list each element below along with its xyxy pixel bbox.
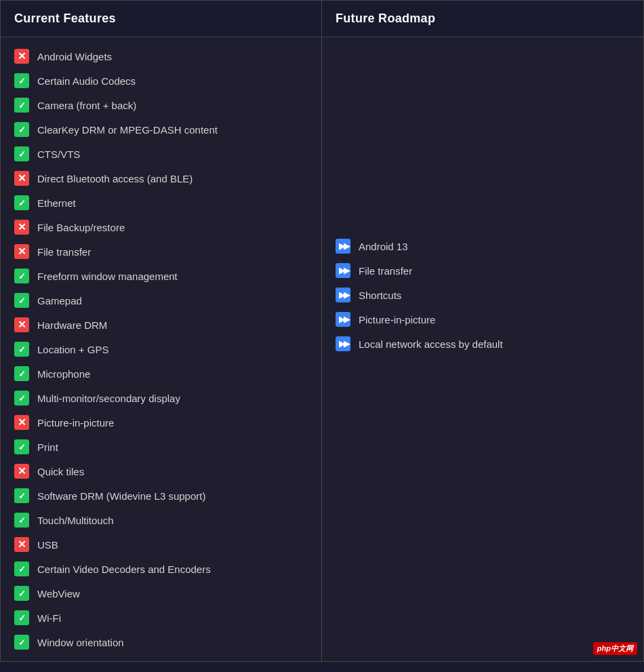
roadmap-item: ▶▶Local network access by default — [322, 332, 643, 356]
roadmap-item: ▶▶Shortcuts — [322, 283, 643, 307]
check-icon: ✓ — [14, 73, 29, 88]
current-features-header: Current Features — [1, 1, 322, 37]
current-feature-item: ✓Location + GPS — [1, 337, 321, 361]
current-feature-item: ✕File Backup/restore — [1, 215, 321, 239]
check-icon: ✓ — [14, 391, 29, 406]
feature-label: USB — [37, 539, 58, 551]
current-feature-item: ✓Wi-Fi — [1, 606, 321, 630]
feature-label: File transfer — [37, 246, 91, 258]
current-feature-item: ✓Gamepad — [1, 288, 321, 313]
cross-icon: ✕ — [14, 220, 29, 235]
cross-icon: ✕ — [14, 244, 29, 259]
feature-label: Microphone — [37, 368, 90, 380]
current-feature-item: ✓CTS/VTS — [1, 142, 321, 166]
check-icon: ✓ — [14, 293, 29, 308]
current-feature-item: ✕Picture-in-picture — [1, 410, 321, 435]
table-header: Current Features Future Roadmap — [1, 1, 643, 37]
check-icon: ✓ — [14, 586, 29, 601]
feature-label: Touch/Multitouch — [37, 515, 114, 526]
future-roadmap-header: Future Roadmap — [322, 1, 643, 37]
current-feature-item: ✓Window orientation — [1, 630, 321, 654]
roadmap-label: Picture-in-picture — [359, 314, 435, 325]
current-feature-item: ✓Ethernet — [1, 191, 321, 215]
watermark: php中文网 — [593, 642, 637, 655]
feature-label: Certain Video Decoders and Encoders — [37, 564, 211, 575]
check-icon: ✓ — [14, 561, 29, 576]
feature-label: Location + GPS — [37, 344, 108, 355]
check-icon: ✓ — [14, 513, 29, 528]
check-icon: ✓ — [14, 269, 29, 283]
roadmap-label: Shortcuts — [359, 290, 401, 301]
arrow-icon: ▶▶ — [336, 239, 350, 254]
feature-label: Direct Bluetooth access (and BLE) — [37, 173, 193, 184]
current-feature-item: ✕Hardware DRM — [1, 313, 321, 337]
current-feature-item: ✓Certain Audio Codecs — [1, 68, 321, 93]
cross-icon: ✕ — [14, 464, 29, 479]
current-feature-item: ✓Camera (front + back) — [1, 93, 321, 117]
feature-label: Multi-monitor/secondary display — [37, 393, 180, 404]
current-feature-item: ✓Print — [1, 435, 321, 459]
table-body: ✕Android Widgets✓Certain Audio Codecs✓Ca… — [1, 37, 643, 661]
current-feature-item: ✓WebView — [1, 581, 321, 606]
check-icon: ✓ — [14, 98, 29, 113]
feature-label: Gamepad — [37, 295, 82, 307]
roadmap-column: ▶▶Android 13▶▶File transfer▶▶Shortcuts▶▶… — [322, 37, 643, 661]
feature-label: File Backup/restore — [37, 222, 125, 233]
feature-label: Freeform window management — [37, 271, 178, 282]
check-icon: ✓ — [14, 635, 29, 650]
current-feature-item: ✕File transfer — [1, 239, 321, 264]
current-feature-item: ✕Quick tiles — [1, 459, 321, 483]
feature-label: Wi-Fi — [37, 612, 61, 624]
check-icon: ✓ — [14, 146, 29, 161]
check-icon: ✓ — [14, 342, 29, 357]
roadmap-label: Local network access by default — [359, 338, 503, 350]
roadmap-item: ▶▶File transfer — [322, 258, 643, 283]
table-container: Current Features Future Roadmap ✕Android… — [0, 0, 644, 662]
current-feature-item: ✕Direct Bluetooth access (and BLE) — [1, 166, 321, 191]
cross-icon: ✕ — [14, 49, 29, 64]
check-icon: ✓ — [14, 439, 29, 454]
roadmap-label: File transfer — [359, 265, 412, 277]
feature-label: Android Widgets — [37, 51, 112, 62]
arrow-icon: ▶▶ — [336, 288, 350, 302]
check-icon: ✓ — [14, 610, 29, 625]
cross-icon: ✕ — [14, 537, 29, 552]
current-features-column: ✕Android Widgets✓Certain Audio Codecs✓Ca… — [1, 37, 322, 661]
feature-label: Picture-in-picture — [37, 417, 114, 429]
roadmap-item: ▶▶Android 13 — [322, 234, 643, 258]
feature-label: CTS/VTS — [37, 149, 80, 160]
check-icon: ✓ — [14, 488, 29, 503]
feature-label: Print — [37, 441, 58, 453]
feature-label: Quick tiles — [37, 466, 84, 477]
features-table: Current Features Future Roadmap ✕Android… — [0, 0, 644, 662]
feature-label: ClearKey DRM or MPEG-DASH content — [37, 124, 218, 136]
feature-label: WebView — [37, 588, 80, 599]
feature-label: Software DRM (Widevine L3 support) — [37, 490, 205, 502]
feature-label: Hardware DRM — [37, 319, 107, 331]
current-feature-item: ✓Touch/Multitouch — [1, 508, 321, 532]
check-icon: ✓ — [14, 366, 29, 381]
feature-label: Window orientation — [37, 637, 124, 648]
feature-label: Certain Audio Codecs — [37, 75, 136, 87]
check-icon: ✓ — [14, 122, 29, 137]
feature-label: Ethernet — [37, 197, 76, 209]
roadmap-spacer — [322, 44, 643, 234]
current-feature-item: ✕USB — [1, 532, 321, 557]
current-feature-item: ✓Software DRM (Widevine L3 support) — [1, 483, 321, 508]
check-icon: ✓ — [14, 195, 29, 210]
arrow-icon: ▶▶ — [336, 263, 350, 278]
cross-icon: ✕ — [14, 415, 29, 430]
current-feature-item: ✕Android Widgets — [1, 44, 321, 68]
current-feature-item: ✓Certain Video Decoders and Encoders — [1, 557, 321, 581]
current-feature-item: ✓ClearKey DRM or MPEG-DASH content — [1, 117, 321, 142]
current-feature-item: ✓Multi-monitor/secondary display — [1, 386, 321, 410]
arrow-icon: ▶▶ — [336, 312, 350, 327]
cross-icon: ✕ — [14, 317, 29, 332]
feature-label: Camera (front + back) — [37, 100, 136, 111]
current-feature-item: ✓Microphone — [1, 361, 321, 386]
cross-icon: ✕ — [14, 171, 29, 186]
roadmap-label: Android 13 — [359, 241, 408, 252]
current-feature-item: ✓Freeform window management — [1, 264, 321, 288]
arrow-icon: ▶▶ — [336, 336, 350, 351]
roadmap-item: ▶▶Picture-in-picture — [322, 307, 643, 332]
